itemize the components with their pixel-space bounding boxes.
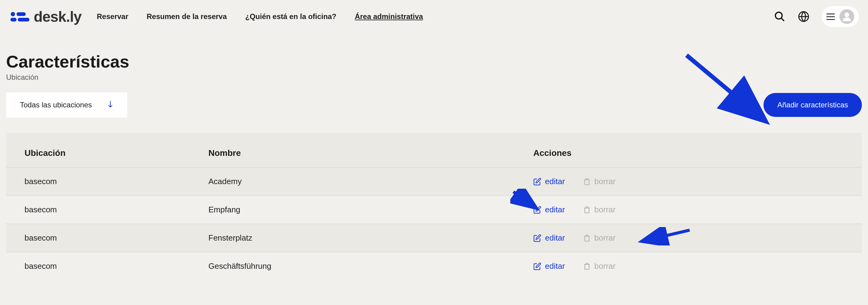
delete-label: borrar xyxy=(594,177,615,186)
nav-resumen[interactable]: Resumen de la reserva xyxy=(147,12,227,21)
header-right xyxy=(774,6,859,27)
cell-name: Fensterplatz xyxy=(209,233,533,243)
arrow-down-icon xyxy=(107,100,114,110)
edit-button[interactable]: editar xyxy=(533,205,565,215)
cell-actions: editar borrar xyxy=(533,233,843,243)
edit-label: editar xyxy=(545,177,565,186)
characteristics-table: Ubicación Nombre Acciones basecom Academ… xyxy=(6,133,862,280)
page-subtitle: Ubicación xyxy=(6,73,862,82)
cell-name: Empfang xyxy=(209,205,533,215)
delete-label: borrar xyxy=(594,261,615,271)
page-content: Características Ubicación Todas las ubic… xyxy=(0,33,868,286)
controls-row: Todas las ubicaciones Añadir característ… xyxy=(6,92,862,117)
user-menu[interactable] xyxy=(822,6,859,27)
avatar xyxy=(839,9,854,24)
edit-icon xyxy=(533,234,541,242)
svg-point-0 xyxy=(11,12,15,16)
delete-button[interactable]: borrar xyxy=(583,233,615,243)
cell-actions: editar borrar xyxy=(533,205,843,215)
cell-actions: editar borrar xyxy=(533,177,843,186)
trash-icon xyxy=(583,234,591,242)
edit-button[interactable]: editar xyxy=(533,177,565,186)
svg-rect-2 xyxy=(10,18,17,22)
add-characteristics-button[interactable]: Añadir características xyxy=(764,93,862,117)
edit-label: editar xyxy=(545,261,565,271)
cell-location: basecom xyxy=(25,177,209,186)
globe-icon xyxy=(798,11,809,22)
primary-nav: Reservar Resumen de la reserva ¿Quién es… xyxy=(97,12,423,21)
nav-area-admin[interactable]: Área administrativa xyxy=(354,12,423,21)
edit-button[interactable]: editar xyxy=(533,261,565,271)
header-name: Nombre xyxy=(209,148,533,158)
cell-location: basecom xyxy=(25,233,209,243)
table-row: basecom Geschäftsführung editar xyxy=(6,252,862,280)
brand-logo[interactable]: desk.ly xyxy=(9,8,82,25)
table-header: Ubicación Nombre Acciones xyxy=(6,139,862,167)
search-button[interactable] xyxy=(774,11,785,22)
svg-line-5 xyxy=(781,18,784,21)
trash-icon xyxy=(583,178,591,185)
header-location: Ubicación xyxy=(25,148,209,158)
edit-label: editar xyxy=(545,233,565,243)
svg-rect-3 xyxy=(18,18,29,22)
nav-quien-oficina[interactable]: ¿Quién está en la oficina? xyxy=(245,12,336,21)
nav-reservar[interactable]: Reservar xyxy=(97,12,128,21)
header-actions: Acciones xyxy=(533,148,843,158)
brand-name: desk.ly xyxy=(34,8,82,25)
page-title: Características xyxy=(6,52,862,72)
edit-icon xyxy=(533,262,541,270)
trash-icon xyxy=(583,206,591,214)
edit-label: editar xyxy=(545,205,565,215)
table-row: basecom Fensterplatz editar xyxy=(6,224,862,252)
cell-location: basecom xyxy=(25,205,209,215)
table-row: basecom Empfang editar xyxy=(6,195,862,224)
delete-label: borrar xyxy=(594,233,615,243)
search-icon xyxy=(774,11,785,22)
edit-button[interactable]: editar xyxy=(533,233,565,243)
cell-name: Geschäftsführung xyxy=(209,261,533,271)
table-row: basecom Academy editar xyxy=(6,167,862,195)
delete-button[interactable]: borrar xyxy=(583,261,615,271)
location-filter-dropdown[interactable]: Todas las ubicaciones xyxy=(6,92,127,117)
edit-icon xyxy=(533,178,541,186)
logo-icon xyxy=(9,10,31,23)
dropdown-label: Todas las ubicaciones xyxy=(20,101,92,109)
cell-location: basecom xyxy=(25,261,209,271)
main-header: desk.ly Reservar Resumen de la reserva ¿… xyxy=(0,0,868,33)
svg-point-4 xyxy=(775,12,782,19)
svg-rect-1 xyxy=(17,12,26,16)
cell-name: Academy xyxy=(209,177,533,186)
trash-icon xyxy=(583,262,591,270)
user-icon xyxy=(841,11,852,22)
svg-point-7 xyxy=(845,12,849,17)
cell-actions: editar borrar xyxy=(533,261,843,271)
delete-label: borrar xyxy=(594,205,615,215)
delete-button[interactable]: borrar xyxy=(583,177,615,186)
edit-icon xyxy=(533,206,541,214)
language-button[interactable] xyxy=(798,11,809,22)
delete-button[interactable]: borrar xyxy=(583,205,615,215)
menu-icon xyxy=(826,13,835,20)
